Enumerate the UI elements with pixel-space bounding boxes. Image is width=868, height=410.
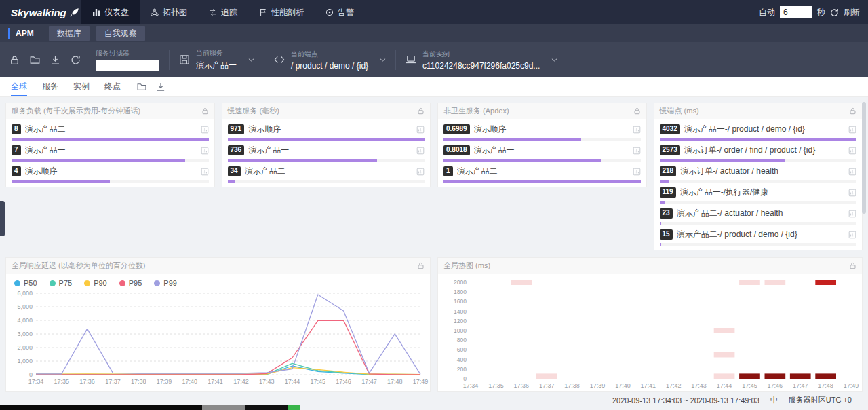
refresh-icon[interactable]	[830, 8, 839, 17]
instance-selector[interactable]: 当前实例 c11024248cc947f296fa025c9d...	[406, 50, 557, 71]
chevron-down-icon	[248, 57, 254, 63]
instance-selector-label: 当前实例	[422, 50, 540, 59]
svg-text:17:43: 17:43	[259, 378, 275, 385]
metric-bar-track	[443, 180, 641, 183]
metric-value-badge: 1	[443, 166, 453, 176]
svg-text:17:38: 17:38	[131, 378, 146, 385]
refresh-label[interactable]: 刷新	[844, 7, 860, 18]
metric-value-badge: 736	[228, 145, 245, 155]
endpoint-selector[interactable]: 当前端点 / product / demo / {id}	[274, 50, 386, 71]
language-toggle[interactable]: 中	[770, 395, 778, 405]
metric-bar-track	[660, 243, 857, 246]
metric-chart-icon[interactable]	[848, 147, 856, 155]
svg-text:1,000: 1,000	[17, 358, 33, 365]
view-tab-instance[interactable]: 实例	[73, 77, 90, 96]
panel-lock-icon[interactable]	[849, 107, 856, 115]
metric-chart-icon[interactable]	[416, 147, 425, 155]
svg-text:17:39: 17:39	[590, 382, 606, 389]
legend-item-p90[interactable]: P90	[84, 279, 107, 287]
metric-bar-fill	[443, 180, 641, 183]
panel-lock-icon[interactable]	[201, 107, 209, 115]
sidebar-collapse-handle[interactable]	[0, 201, 5, 236]
nav-item-profile[interactable]: 性能剖析	[248, 0, 315, 24]
nav-item-dashboard[interactable]: 仪表盘	[81, 0, 140, 24]
panel-lock-icon[interactable]	[849, 262, 856, 269]
legend-label: P75	[59, 279, 73, 287]
heatmap-panel-title: 全局热图 (ms)	[443, 261, 490, 271]
panel-lock-icon[interactable]	[417, 107, 425, 115]
view-tab-service[interactable]: 服务	[42, 77, 58, 96]
toolbar-divider	[395, 50, 396, 70]
svg-text:1600: 1600	[454, 298, 467, 305]
svg-text:17:40: 17:40	[182, 378, 198, 385]
metric-chart-icon[interactable]	[848, 210, 856, 218]
tabs-download-icon[interactable]	[156, 82, 165, 92]
chevron-down-icon	[551, 57, 557, 63]
metric-row-top: 736演示产品一	[228, 145, 425, 156]
nav-item-label: 告警	[338, 7, 354, 18]
section-tab-database[interactable]: 数据库	[49, 26, 90, 41]
svg-text:17:42: 17:42	[233, 378, 249, 385]
dashboard-icon	[92, 8, 100, 16]
section-tab-self-observability[interactable]: 自我观察	[96, 26, 145, 41]
metric-chart-icon[interactable]	[201, 168, 209, 176]
heatmap-chart[interactable]: 020040060080010001200140016001800200017:…	[438, 274, 862, 391]
nav-item-label: 仪表盘	[104, 7, 129, 18]
tabs-folder-icon[interactable]	[137, 82, 146, 92]
legend-item-p50[interactable]: P50	[14, 279, 37, 287]
nav-item-alarm[interactable]: 告警	[315, 0, 365, 24]
toolbar-divider	[169, 50, 170, 70]
reload-icon[interactable]	[71, 55, 81, 65]
legend-item-p95[interactable]: P95	[119, 279, 142, 287]
nav-item-trace[interactable]: 追踪	[198, 0, 248, 24]
metric-chart-icon[interactable]	[416, 126, 425, 134]
legend-item-p99[interactable]: P99	[154, 279, 177, 287]
svg-text:17:41: 17:41	[208, 378, 223, 385]
status-footer: 2020-09-13 17:34:03 ~ 2020-09-13 17:49:0…	[5, 392, 863, 405]
legend-dot	[119, 280, 125, 286]
metric-name: 演示产品一-/执行器/健康	[680, 187, 844, 198]
metric-chart-icon[interactable]	[633, 147, 641, 155]
service-filter-input[interactable]	[96, 60, 159, 71]
metric-chart-icon[interactable]	[848, 168, 856, 176]
svg-text:1200: 1200	[454, 318, 467, 324]
interval-input[interactable]	[780, 6, 812, 18]
section-bar: APM数据库自我观察	[0, 24, 868, 42]
folder-icon[interactable]	[30, 55, 40, 65]
metric-chart-icon[interactable]	[201, 147, 209, 155]
metric-chart-icon[interactable]	[416, 168, 425, 176]
metric-chart-icon[interactable]	[633, 126, 641, 134]
svg-text:6,000: 6,000	[17, 290, 33, 297]
service-selector[interactable]: 当前服务 演示产品一	[179, 48, 254, 71]
lock-icon[interactable]	[9, 55, 20, 65]
metric-chart-icon[interactable]	[848, 231, 856, 239]
metric-bar-track	[228, 180, 425, 183]
svg-text:17:45: 17:45	[742, 382, 757, 389]
panel-lock-icon[interactable]	[633, 107, 641, 115]
metric-row: 119演示产品一-/执行器/健康	[660, 183, 857, 204]
latency-panel: 全局响应延迟 (以毫秒为单位的百分位数) P50P75P90P95P99 01,…	[5, 257, 431, 392]
service-filter: 服务过滤器	[96, 49, 159, 71]
svg-text:2,000: 2,000	[17, 344, 33, 351]
metric-chart-icon[interactable]	[848, 126, 856, 134]
svg-text:17:39: 17:39	[157, 378, 172, 385]
legend-item-p75[interactable]: P75	[50, 279, 73, 287]
vertical-scrollbar[interactable]	[862, 102, 866, 214]
metric-chart-icon[interactable]	[848, 189, 856, 197]
metric-chart-icon[interactable]	[633, 168, 641, 176]
export-icon[interactable]	[50, 55, 60, 65]
nav-item-topology[interactable]: 拓扑图	[140, 0, 198, 24]
svg-text:1000: 1000	[454, 327, 467, 334]
metric-value-badge: 0.6989	[443, 124, 470, 134]
logo[interactable]: Skywalking	[11, 7, 81, 18]
taskbar-segment	[288, 405, 300, 410]
section-tab-apm[interactable]: APM	[8, 28, 42, 39]
panel-lock-icon[interactable]	[417, 262, 425, 269]
view-tab-endpoint[interactable]: 终点	[104, 77, 121, 96]
view-tab-global[interactable]: 全球	[11, 77, 27, 96]
legend-label: P95	[129, 279, 142, 287]
metric-chart-icon[interactable]	[201, 126, 209, 134]
metric-row: 0.6989演示顺序	[443, 119, 641, 141]
metric-row-top: 4032演示产品一-/ product / demo / {id}	[660, 124, 857, 135]
latency-chart[interactable]: 01,0002,0003,0004,0005,0006,00017:3417:3…	[6, 288, 430, 387]
